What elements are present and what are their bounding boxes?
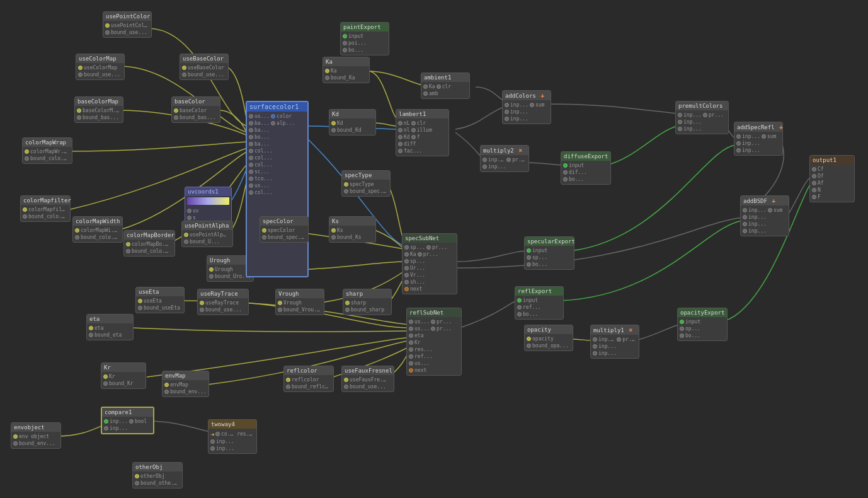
port[interactable] <box>249 177 253 181</box>
port[interactable] <box>527 248 531 253</box>
port[interactable] <box>344 378 348 382</box>
port[interactable] <box>517 312 522 316</box>
node-specSubNet[interactable]: specSubNet sp...pr... Kapr... sp... Ur..… <box>402 233 457 294</box>
port[interactable] <box>593 337 597 342</box>
port[interactable] <box>812 188 816 192</box>
node-colorMapWidth[interactable]: colorMapWidth colorMapWi... bound_colo..… <box>72 216 123 243</box>
port[interactable] <box>398 135 403 139</box>
port[interactable] <box>398 149 403 153</box>
port[interactable] <box>278 301 282 305</box>
port[interactable] <box>527 255 531 260</box>
port[interactable] <box>75 228 79 233</box>
node-colorMapBorder[interactable]: colorMapBorder colorMapBo... bound_colo.… <box>123 230 175 257</box>
port[interactable] <box>210 439 215 444</box>
port[interactable] <box>409 333 413 338</box>
port[interactable] <box>23 207 27 212</box>
node-opacityExport[interactable]: opacityExport input op... bo... <box>677 308 728 341</box>
port[interactable] <box>78 72 83 77</box>
node-useRayTrace[interactable]: useRayTrace useRayTrace bound_use... <box>197 289 249 315</box>
port[interactable] <box>249 149 253 153</box>
port[interactable] <box>812 195 816 199</box>
port[interactable] <box>104 419 108 424</box>
node-lambert1[interactable]: lambert1 nLclr nlillum Kdf diff fac... <box>396 109 449 156</box>
port[interactable] <box>209 274 214 279</box>
port[interactable] <box>331 128 336 132</box>
port[interactable] <box>404 259 409 263</box>
port[interactable] <box>249 142 253 146</box>
node-opacity[interactable]: opacity opacity bound_opa... <box>524 325 573 351</box>
port[interactable] <box>271 121 275 125</box>
node-addColors[interactable]: addColors + inp...sum inp... inp... <box>502 90 551 124</box>
port[interactable] <box>505 117 509 121</box>
port[interactable] <box>409 327 413 331</box>
port[interactable] <box>138 299 142 303</box>
port[interactable] <box>25 156 29 161</box>
port[interactable] <box>344 385 348 389</box>
port[interactable] <box>249 156 253 160</box>
port[interactable] <box>164 390 169 394</box>
node-paintExport[interactable]: paintExport input poi... bo... <box>340 22 389 55</box>
port[interactable] <box>530 103 534 107</box>
port[interactable] <box>426 245 431 250</box>
port[interactable] <box>126 242 130 246</box>
port[interactable] <box>812 167 816 171</box>
node-otherObj[interactable]: otherObj otherObj bound_othe... <box>132 462 183 489</box>
port[interactable] <box>431 327 435 331</box>
node-colorMapWrap[interactable]: colorMapWrap colorMapWr... bound_colo... <box>22 137 72 164</box>
port[interactable] <box>126 249 130 253</box>
port[interactable] <box>409 361 413 366</box>
port[interactable] <box>437 84 441 89</box>
node-Ka[interactable]: Ka Ka bound_Ka <box>323 57 370 83</box>
port[interactable] <box>563 170 568 175</box>
port[interactable] <box>105 30 110 35</box>
port[interactable] <box>527 262 531 267</box>
port[interactable] <box>404 252 409 257</box>
port[interactable] <box>249 114 253 119</box>
port[interactable] <box>743 222 747 226</box>
port[interactable] <box>411 121 416 125</box>
node-usePointAlpha[interactable]: usePointAlpha usePointAlpha bound_U... <box>181 221 233 247</box>
port[interactable] <box>411 128 416 132</box>
port[interactable] <box>343 34 347 38</box>
port[interactable] <box>505 110 509 114</box>
port[interactable] <box>409 347 413 352</box>
port[interactable] <box>617 337 621 342</box>
node-useBaseColor[interactable]: useBaseColor useBaseColor bound_use... <box>180 54 229 80</box>
port[interactable] <box>680 320 684 324</box>
node-Ks[interactable]: Ks Ks bound_Ks <box>329 216 376 243</box>
port[interactable] <box>404 273 409 277</box>
port[interactable] <box>77 115 81 120</box>
port[interactable] <box>271 114 275 119</box>
node-twoway4[interactable]: twoway4 ◄co...res... inp... inp... <box>208 419 257 454</box>
port[interactable] <box>563 163 568 168</box>
port[interactable] <box>249 170 253 174</box>
port[interactable] <box>404 266 409 270</box>
port[interactable] <box>743 215 747 219</box>
port[interactable] <box>743 208 747 212</box>
port[interactable] <box>174 108 178 113</box>
port[interactable] <box>325 76 329 80</box>
port[interactable] <box>527 337 531 341</box>
port[interactable] <box>398 128 403 132</box>
port[interactable] <box>249 128 253 132</box>
port[interactable] <box>78 66 83 70</box>
node-multiply1[interactable]: multiply1 × inp...pr... inp... inp... <box>590 325 639 359</box>
node-Kd[interactable]: Kd Kd bound_Kd <box>329 109 376 136</box>
port[interactable] <box>680 327 684 331</box>
port[interactable] <box>210 446 215 451</box>
port[interactable] <box>409 368 413 373</box>
node-diffuseExport[interactable]: diffuseExport input dif... bo... <box>561 151 611 185</box>
node-specType[interactable]: specType specType bound_spec... <box>341 170 391 197</box>
port[interactable] <box>411 135 416 139</box>
port[interactable] <box>423 84 428 89</box>
node-surfacecolor1[interactable]: surfacecolor1 us...color ba...alp... ba.… <box>246 101 309 277</box>
node-multiply2[interactable]: multiply2 × inp...pr... inp... <box>480 145 529 172</box>
node-envobject[interactable]: envobject env object bound_env... <box>11 422 61 449</box>
port[interactable] <box>762 134 766 139</box>
port[interactable] <box>404 280 409 284</box>
port[interactable] <box>105 23 110 28</box>
port[interactable] <box>409 354 413 359</box>
port[interactable] <box>174 115 178 120</box>
port[interactable] <box>23 214 27 219</box>
port[interactable] <box>398 121 403 125</box>
